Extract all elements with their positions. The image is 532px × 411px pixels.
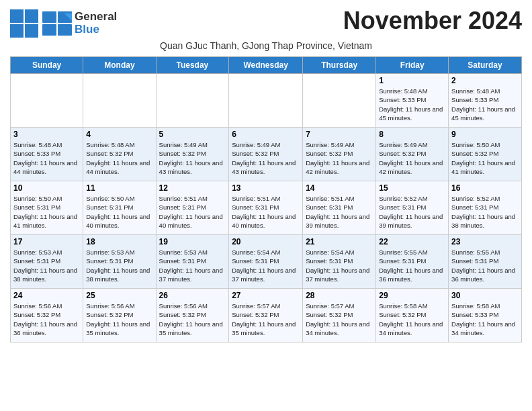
calendar-week-row: 24Sunrise: 5:56 AM Sunset: 5:32 PM Dayli… [11, 289, 522, 342]
day-number: 30 [451, 291, 519, 300]
calendar-table: SundayMondayTuesdayWednesdayThursdayFrid… [10, 56, 522, 342]
svg-rect-5 [25, 24, 38, 38]
day-number: 17 [13, 237, 80, 246]
day-info: Sunrise: 5:51 AM Sunset: 5:31 PM Dayligh… [159, 194, 226, 230]
calendar-day-cell: 23Sunrise: 5:55 AM Sunset: 5:31 PM Dayli… [449, 235, 522, 289]
day-info: Sunrise: 5:49 AM Sunset: 5:32 PM Dayligh… [379, 140, 445, 176]
day-info: Sunrise: 5:48 AM Sunset: 5:33 PM Dayligh… [13, 140, 80, 176]
calendar-day-cell: 4Sunrise: 5:48 AM Sunset: 5:32 PM Daylig… [83, 128, 156, 181]
calendar-day-cell: 14Sunrise: 5:51 AM Sunset: 5:31 PM Dayli… [303, 181, 376, 235]
calendar-day-cell: 9Sunrise: 5:50 AM Sunset: 5:32 PM Daylig… [449, 128, 522, 181]
calendar-day-cell: 22Sunrise: 5:55 AM Sunset: 5:31 PM Dayli… [376, 235, 449, 289]
day-number: 20 [232, 237, 300, 246]
calendar-day-cell: 24Sunrise: 5:56 AM Sunset: 5:32 PM Dayli… [11, 289, 83, 342]
day-info: Sunrise: 5:56 AM Sunset: 5:32 PM Dayligh… [86, 302, 152, 337]
day-info: Sunrise: 5:48 AM Sunset: 5:32 PM Dayligh… [86, 140, 152, 176]
day-info: Sunrise: 5:56 AM Sunset: 5:32 PM Dayligh… [13, 302, 80, 337]
day-info: Sunrise: 5:50 AM Sunset: 5:31 PM Dayligh… [13, 194, 80, 230]
calendar-header: SundayMondayTuesdayWednesdayThursdayFrid… [11, 57, 522, 74]
day-number: 2 [451, 76, 519, 85]
calendar-day-cell: 16Sunrise: 5:52 AM Sunset: 5:31 PM Dayli… [449, 181, 522, 235]
day-info: Sunrise: 5:48 AM Sunset: 5:33 PM Dayligh… [451, 87, 519, 122]
day-info: Sunrise: 5:49 AM Sunset: 5:32 PM Dayligh… [159, 140, 226, 176]
day-number: 25 [86, 291, 152, 300]
day-number: 3 [13, 130, 80, 139]
calendar-day-cell: 21Sunrise: 5:54 AM Sunset: 5:31 PM Dayli… [303, 235, 376, 289]
logo-bird-icon [42, 11, 72, 36]
day-info: Sunrise: 5:49 AM Sunset: 5:32 PM Dayligh… [232, 140, 300, 176]
svg-rect-8 [42, 24, 56, 36]
svg-rect-6 [42, 11, 56, 23]
calendar-day-cell: 13Sunrise: 5:51 AM Sunset: 5:31 PM Dayli… [229, 181, 303, 235]
day-number: 21 [306, 237, 373, 246]
month-title: November 2024 [343, 7, 522, 35]
day-of-week-header: Wednesday [229, 57, 303, 74]
day-number: 10 [13, 183, 80, 193]
day-number: 15 [379, 183, 445, 193]
calendar-day-cell: 5Sunrise: 5:49 AM Sunset: 5:32 PM Daylig… [156, 128, 229, 181]
day-number: 13 [232, 183, 300, 193]
subtitle: Quan GJuc Thanh, GJong Thap Province, Vi… [10, 40, 522, 51]
calendar-day-cell: 19Sunrise: 5:53 AM Sunset: 5:31 PM Dayli… [156, 235, 229, 289]
calendar-day-cell: 2Sunrise: 5:48 AM Sunset: 5:33 PM Daylig… [449, 74, 522, 128]
logo-blue-text: Blue [75, 24, 117, 36]
day-number: 4 [86, 130, 152, 139]
svg-rect-9 [58, 24, 72, 36]
calendar-day-cell: 1Sunrise: 5:48 AM Sunset: 5:33 PM Daylig… [376, 74, 449, 128]
day-number: 6 [232, 130, 300, 139]
calendar-day-cell: 15Sunrise: 5:52 AM Sunset: 5:31 PM Dayli… [376, 181, 449, 235]
calendar-week-row: 1Sunrise: 5:48 AM Sunset: 5:33 PM Daylig… [11, 74, 522, 128]
day-number: 27 [232, 291, 300, 300]
page-header: General Blue November 2024 [10, 7, 522, 38]
calendar-day-cell: 25Sunrise: 5:56 AM Sunset: 5:32 PM Dayli… [83, 289, 156, 342]
day-of-week-header: Thursday [303, 57, 376, 74]
calendar-day-cell [156, 74, 229, 128]
day-info: Sunrise: 5:51 AM Sunset: 5:31 PM Dayligh… [306, 194, 373, 230]
logo: General Blue [10, 9, 117, 38]
calendar-week-row: 17Sunrise: 5:53 AM Sunset: 5:31 PM Dayli… [11, 235, 522, 289]
day-of-week-header: Monday [83, 57, 156, 74]
day-info: Sunrise: 5:53 AM Sunset: 5:31 PM Dayligh… [13, 248, 80, 283]
calendar-day-cell [11, 74, 83, 128]
day-number: 29 [379, 291, 445, 300]
svg-rect-0 [10, 9, 24, 23]
calendar-day-cell: 20Sunrise: 5:54 AM Sunset: 5:31 PM Dayli… [229, 235, 303, 289]
day-number: 11 [86, 183, 152, 193]
day-number: 26 [159, 291, 226, 300]
calendar-day-cell: 3Sunrise: 5:48 AM Sunset: 5:33 PM Daylig… [11, 128, 83, 181]
day-of-week-header: Tuesday [156, 57, 229, 74]
calendar-week-row: 10Sunrise: 5:50 AM Sunset: 5:31 PM Dayli… [11, 181, 522, 235]
calendar-day-cell: 28Sunrise: 5:57 AM Sunset: 5:32 PM Dayli… [303, 289, 376, 342]
day-of-week-header: Friday [376, 57, 449, 74]
calendar-week-row: 3Sunrise: 5:48 AM Sunset: 5:33 PM Daylig… [11, 128, 522, 181]
day-number: 28 [306, 291, 373, 300]
day-info: Sunrise: 5:48 AM Sunset: 5:33 PM Dayligh… [379, 87, 445, 122]
day-info: Sunrise: 5:57 AM Sunset: 5:32 PM Dayligh… [232, 302, 300, 337]
day-number: 23 [451, 237, 519, 246]
calendar-day-cell: 7Sunrise: 5:49 AM Sunset: 5:32 PM Daylig… [303, 128, 376, 181]
day-info: Sunrise: 5:52 AM Sunset: 5:31 PM Dayligh… [379, 194, 445, 230]
day-number: 22 [379, 237, 445, 246]
day-number: 24 [13, 291, 80, 300]
logo-icon [10, 9, 38, 38]
calendar-day-cell: 10Sunrise: 5:50 AM Sunset: 5:31 PM Dayli… [11, 181, 83, 235]
calendar-day-cell: 26Sunrise: 5:56 AM Sunset: 5:32 PM Dayli… [156, 289, 229, 342]
day-info: Sunrise: 5:54 AM Sunset: 5:31 PM Dayligh… [306, 248, 373, 283]
day-info: Sunrise: 5:49 AM Sunset: 5:32 PM Dayligh… [306, 140, 373, 176]
day-of-week-header: Sunday [11, 57, 83, 74]
calendar-day-cell: 18Sunrise: 5:53 AM Sunset: 5:31 PM Dayli… [83, 235, 156, 289]
calendar-day-cell: 6Sunrise: 5:49 AM Sunset: 5:32 PM Daylig… [229, 128, 303, 181]
logo-general-text: General [75, 11, 117, 24]
day-info: Sunrise: 5:51 AM Sunset: 5:31 PM Dayligh… [232, 194, 300, 230]
day-info: Sunrise: 5:53 AM Sunset: 5:31 PM Dayligh… [159, 248, 226, 283]
calendar-day-cell: 8Sunrise: 5:49 AM Sunset: 5:32 PM Daylig… [376, 128, 449, 181]
svg-rect-2 [10, 24, 24, 38]
day-number: 16 [451, 183, 519, 193]
day-info: Sunrise: 5:58 AM Sunset: 5:32 PM Dayligh… [379, 302, 445, 337]
calendar-day-cell: 30Sunrise: 5:58 AM Sunset: 5:33 PM Dayli… [449, 289, 522, 342]
calendar-day-cell [229, 74, 303, 128]
day-number: 12 [159, 183, 226, 193]
day-info: Sunrise: 5:54 AM Sunset: 5:31 PM Dayligh… [232, 248, 300, 283]
day-number: 5 [159, 130, 226, 139]
day-info: Sunrise: 5:55 AM Sunset: 5:31 PM Dayligh… [451, 248, 519, 283]
